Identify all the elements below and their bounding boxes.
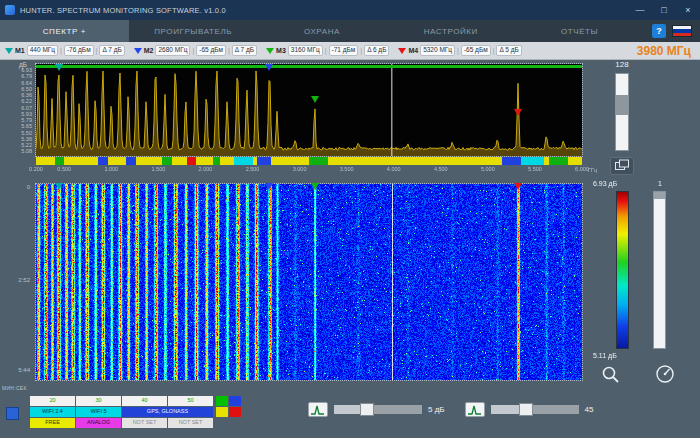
time-tick: 0 (27, 184, 30, 190)
app-icon (5, 5, 15, 15)
bottom-slider-group: 45 (465, 402, 594, 417)
band-segment (126, 157, 135, 165)
tab-spectrum[interactable]: СПЕКТР + (0, 20, 129, 42)
x-tick: 5.000 (481, 167, 495, 173)
band-segment (187, 157, 196, 165)
magnifier-icon (600, 364, 622, 386)
x-tick: 1.500 (151, 167, 165, 173)
title-bar: HUNTER. SPECTRUM MONITORING SOFTWARE. v1… (0, 0, 700, 20)
legend-cell[interactable]: 50 (168, 396, 213, 406)
legend-cell[interactable]: NOT SET (122, 418, 167, 428)
legend-cell[interactable]: NOT SET (168, 418, 213, 428)
tab-reports[interactable]: ОТЧЁТЫ (515, 20, 644, 42)
tab-bar: СПЕКТР +ПРОИГРЫВАТЕЛЬОХРАНАНАСТРОЙКИОТЧЁ… (0, 20, 700, 42)
window-title: HUNTER. SPECTRUM MONITORING SOFTWARE. v1… (20, 6, 628, 15)
marker-name: M3 (276, 47, 286, 54)
separator: | (60, 47, 62, 54)
marker-readout-m3[interactable]: M33160 МГц|-71 дБм|Δ 6 дБ (266, 45, 389, 56)
threshold-line[interactable] (36, 65, 582, 68)
waterfall-plot[interactable] (36, 184, 582, 380)
marker-readout-m4[interactable]: M45320 МГц|-65 дБм|Δ 5 дБ (398, 45, 521, 56)
contrast-slider-handle[interactable] (654, 192, 665, 199)
marker-icon (266, 48, 274, 54)
band-segment (521, 157, 545, 165)
x-tick: 5.500 (528, 167, 542, 173)
separator: | (457, 47, 459, 54)
marker-readout-m1[interactable]: M1440 МГц|-76 дБм|Δ 7 дБ (5, 45, 125, 56)
band-chip[interactable] (216, 407, 228, 417)
tab-settings[interactable]: НАСТРОЙКИ (386, 20, 515, 42)
color-scale[interactable] (616, 191, 629, 349)
slider-track[interactable] (491, 405, 579, 414)
x-tick: 3.500 (340, 167, 354, 173)
band-segment (309, 157, 328, 165)
x-tick: 4.500 (434, 167, 448, 173)
time-tick: 2:52 (18, 277, 30, 283)
language-flag-icon[interactable] (672, 25, 692, 37)
marker-name: M2 (144, 47, 154, 54)
tab-guard[interactable]: ОХРАНА (258, 20, 387, 42)
legend-cell[interactable]: 20 (30, 396, 75, 406)
marker-readout-m2[interactable]: M22680 МГц|-65 дБм|Δ 7 дБ (134, 45, 257, 56)
band-legend: 20304050WIFI 2.4WIFI 5GPS, GLONASSFREEAN… (30, 396, 213, 428)
legend-cell[interactable]: FREE (30, 418, 75, 428)
legend-cell[interactable]: 30 (76, 396, 121, 406)
band-segment (257, 157, 271, 165)
marker-icon (5, 48, 13, 54)
waterfall-canvas[interactable] (36, 184, 582, 380)
band-chip[interactable] (229, 407, 241, 417)
tab-player[interactable]: ПРОИГРЫВАТЕЛЬ (129, 20, 258, 42)
minimize-button[interactable]: — (628, 0, 652, 20)
marker-name: M1 (15, 47, 25, 54)
x-tick: 2.000 (199, 167, 213, 173)
contrast-slider[interactable] (653, 191, 666, 349)
slider-value-label: 5 дБ (428, 405, 445, 414)
help-button[interactable]: ? (652, 24, 666, 38)
legend-cell[interactable]: ANALOG (76, 418, 121, 428)
legend-cell[interactable]: WIFI 5 (76, 407, 121, 417)
x-tick: 3.000 (293, 167, 307, 173)
zoom-button[interactable] (598, 364, 624, 388)
close-button[interactable]: × (676, 0, 700, 20)
contrast-value: 1 (653, 180, 667, 187)
slider-value-label: 45 (585, 405, 594, 414)
separator: | (96, 47, 98, 54)
band-chip[interactable] (229, 396, 241, 406)
x-tick: 0.200 (29, 167, 43, 173)
legend-cell[interactable]: 40 (122, 396, 167, 406)
marker-name: M4 (408, 47, 418, 54)
slider-track[interactable] (334, 405, 422, 414)
marker-frequency: 3160 МГц (288, 45, 323, 56)
separator: | (325, 47, 327, 54)
gauge-button[interactable] (650, 362, 680, 388)
marker-frequency: 5320 МГц (420, 45, 455, 56)
bottom-slider-group: 5 дБ (308, 402, 445, 417)
slider-handle[interactable] (519, 403, 533, 416)
slider-handle[interactable] (360, 403, 374, 416)
marker-delta: Δ 6 дБ (364, 45, 389, 56)
spectrum-canvas[interactable] (36, 64, 582, 156)
y-tick: 6.22 (0, 99, 32, 105)
legend-color-button[interactable] (6, 407, 19, 420)
time-axis: 02:525:44 (0, 184, 33, 380)
spectrum-plot[interactable] (36, 64, 582, 156)
gain-slider[interactable] (615, 73, 629, 151)
gauge-icon (653, 363, 677, 385)
band-segment (549, 157, 568, 165)
band-chip[interactable] (216, 396, 228, 406)
legend-cell[interactable]: GPS, GLONASS (122, 407, 213, 417)
time-unit-label: МИН:СЕК (2, 385, 27, 391)
band-segment (98, 157, 107, 165)
x-tick: 2.500 (246, 167, 260, 173)
spectrum-y-axis: 6.936.796.646.506.366.226.075.935.795.65… (0, 68, 32, 155)
cursor-frequency-readout: 3980 МГц (637, 44, 695, 58)
snapshot-button[interactable] (610, 157, 634, 175)
marker-level: -76 дБм (64, 45, 94, 56)
marker-bar: M1440 МГц|-76 дБм|Δ 7 дБM22680 МГц|-65 д… (0, 42, 700, 60)
maximize-button[interactable]: □ (652, 0, 676, 20)
marker-frequency: 2680 МГц (155, 45, 190, 56)
marker-delta: Δ 7 дБ (99, 45, 124, 56)
separator: | (228, 47, 230, 54)
legend-cell[interactable]: WIFI 2.4 (30, 407, 75, 417)
gain-slider-handle[interactable] (616, 95, 628, 115)
